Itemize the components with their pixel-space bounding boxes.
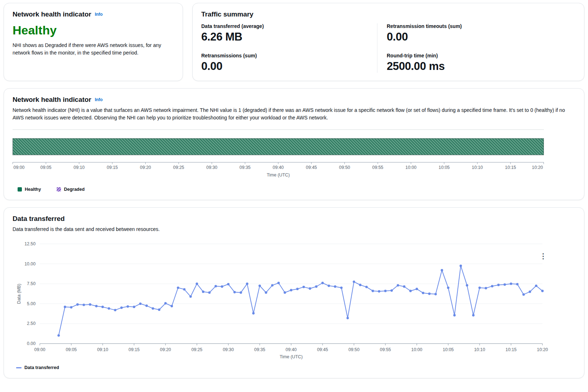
data-point[interactable]: [259, 284, 261, 287]
data-point[interactable]: [64, 306, 66, 308]
legend-label: Degraded: [64, 187, 85, 192]
data-point[interactable]: [529, 291, 531, 293]
nhi-status-card: Network health indicatorInfo Healthy NHI…: [4, 3, 183, 81]
data-point[interactable]: [334, 285, 337, 288]
data-point[interactable]: [284, 291, 286, 294]
nhi-timeline-info-link[interactable]: Info: [95, 97, 103, 102]
data-point[interactable]: [70, 306, 72, 308]
data-point[interactable]: [252, 312, 255, 315]
data-transferred-line-chart[interactable]: 0.002.505.007.5010.0012.5009:0009:0509:1…: [13, 241, 575, 360]
data-point[interactable]: [296, 288, 299, 290]
data-point[interactable]: [453, 314, 456, 317]
data-point[interactable]: [479, 287, 481, 289]
metric-retransmission-timeouts-sum: Retransmission timeouts (sum) 0.00: [387, 23, 575, 43]
data-point[interactable]: [535, 284, 537, 287]
data-point[interactable]: [347, 317, 349, 319]
data-point[interactable]: [460, 265, 462, 267]
data-point[interactable]: [328, 284, 330, 287]
data-point[interactable]: [277, 282, 280, 284]
data-point[interactable]: [359, 284, 362, 286]
data-point[interactable]: [397, 284, 399, 287]
chart-options-kebab-menu-icon[interactable]: ⋮: [537, 252, 549, 260]
data-point[interactable]: [158, 308, 160, 311]
data-point[interactable]: [403, 285, 405, 288]
legend-item-healthy[interactable]: Healthy: [18, 187, 41, 192]
data-point[interactable]: [202, 291, 204, 293]
metric-round-trip-time-min: Round-trip time (min) 2500.00 ms: [387, 53, 575, 73]
metric-value: 0.00: [201, 60, 377, 73]
data-transferred-description: Data transferred is the data sent and re…: [13, 226, 575, 233]
data-point[interactable]: [208, 291, 211, 294]
data-point[interactable]: [522, 293, 525, 296]
data-point[interactable]: [434, 293, 437, 296]
data-point[interactable]: [510, 283, 512, 285]
data-point[interactable]: [89, 303, 91, 306]
data-point[interactable]: [409, 290, 412, 292]
data-point[interactable]: [302, 286, 305, 288]
data-point[interactable]: [441, 269, 443, 271]
data-point[interactable]: [390, 289, 393, 292]
data-point[interactable]: [120, 307, 123, 309]
data-point[interactable]: [315, 285, 317, 288]
data-point[interactable]: [321, 282, 324, 284]
healthy-status-bar[interactable]: [13, 138, 544, 155]
data-point[interactable]: [516, 283, 519, 285]
data-point[interactable]: [152, 307, 154, 310]
data-point[interactable]: [145, 304, 148, 307]
data-point[interactable]: [170, 305, 173, 307]
nhi-status-timeline-chart[interactable]: 09:0009:0509:1009:1509:2009:2509:3009:35…: [13, 129, 544, 171]
data-point[interactable]: [215, 285, 217, 288]
data-point[interactable]: [365, 286, 368, 288]
data-point[interactable]: [83, 304, 85, 306]
data-point[interactable]: [541, 290, 544, 292]
data-point[interactable]: [340, 287, 343, 289]
data-point[interactable]: [497, 284, 500, 286]
legend-item-degraded[interactable]: Degraded: [57, 187, 85, 192]
data-point[interactable]: [265, 291, 267, 294]
data-point[interactable]: [234, 291, 236, 293]
data-point[interactable]: [447, 287, 450, 289]
data-point[interactable]: [133, 306, 135, 308]
data-point[interactable]: [164, 302, 167, 304]
data-point[interactable]: [127, 305, 129, 308]
data-point[interactable]: [177, 287, 179, 289]
data-point[interactable]: [114, 309, 117, 311]
data-point[interactable]: [290, 289, 292, 292]
nhi-status-info-link[interactable]: Info: [95, 12, 103, 17]
data-point[interactable]: [189, 295, 192, 298]
data-point[interactable]: [422, 292, 424, 294]
data-point[interactable]: [57, 334, 60, 337]
data-point[interactable]: [415, 288, 418, 290]
data-point[interactable]: [183, 288, 185, 291]
data-point[interactable]: [485, 287, 487, 289]
data-transferred-line[interactable]: [59, 266, 543, 335]
data-point[interactable]: [384, 290, 387, 292]
metric-label: Round-trip time (min): [387, 53, 575, 58]
data-point[interactable]: [76, 303, 79, 306]
data-point[interactable]: [240, 291, 242, 294]
svg-text:09:20: 09:20: [160, 347, 171, 352]
data-point[interactable]: [227, 283, 230, 285]
data-point[interactable]: [372, 290, 374, 292]
data-point[interactable]: [139, 302, 142, 305]
data-point[interactable]: [108, 307, 110, 310]
data-point[interactable]: [491, 285, 494, 288]
data-point[interactable]: [95, 305, 98, 307]
svg-text:09:40: 09:40: [273, 165, 284, 170]
data-point[interactable]: [504, 283, 506, 286]
data-point[interactable]: [102, 306, 104, 308]
data-point[interactable]: [428, 293, 431, 295]
data-point[interactable]: [196, 283, 198, 285]
svg-text:10:20: 10:20: [537, 347, 548, 352]
metric-label: Data transferred (average): [201, 23, 377, 29]
data-point[interactable]: [271, 284, 274, 287]
legend-item-data-transferred[interactable]: Data transferred: [16, 365, 59, 370]
data-point[interactable]: [221, 285, 224, 288]
data-point[interactable]: [378, 290, 380, 293]
data-point[interactable]: [472, 314, 475, 317]
data-point[interactable]: [466, 284, 468, 287]
data-point[interactable]: [353, 280, 355, 283]
traffic-metrics-grid: Data transferred (average) 6.26 MB Retra…: [201, 23, 575, 73]
data-point[interactable]: [246, 283, 249, 285]
data-point[interactable]: [309, 287, 311, 290]
